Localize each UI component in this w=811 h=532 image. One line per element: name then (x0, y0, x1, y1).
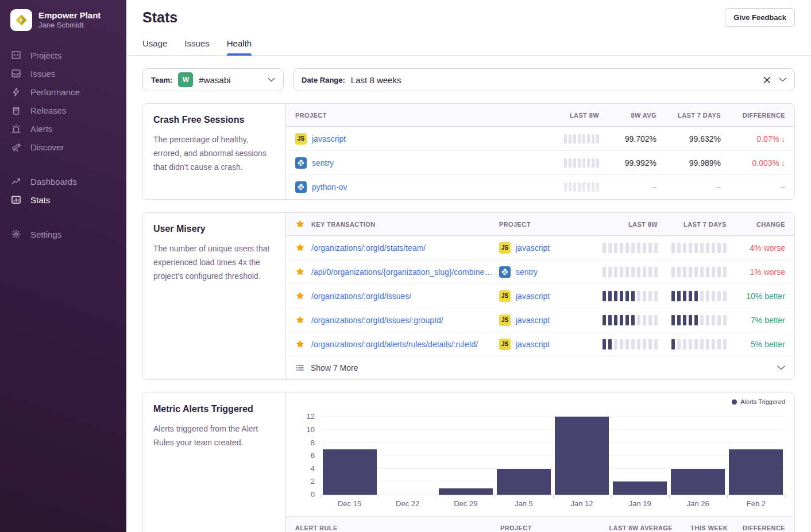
sparkline (536, 134, 599, 143)
project-link[interactable]: javascript (312, 134, 346, 143)
sidebar-item-releases[interactable]: Releases (10, 101, 126, 119)
spark-bar (620, 291, 623, 301)
clear-icon[interactable] (763, 76, 771, 84)
chart-bar[interactable] (613, 481, 667, 495)
alerts-icon (10, 123, 22, 134)
tab-health[interactable]: Health (227, 38, 252, 55)
star-icon[interactable] (295, 291, 306, 301)
sidebar-item-alerts[interactable]: Alerts (10, 119, 126, 138)
column-header: Project (295, 112, 536, 119)
spark-bar (631, 291, 635, 301)
star-icon[interactable] (295, 243, 306, 253)
spark-bar (637, 339, 640, 350)
chart-bar[interactable] (729, 449, 783, 495)
sidebar-item-issues[interactable]: Issues (10, 64, 126, 83)
team-select[interactable]: Team: W #wasabi (142, 68, 284, 91)
project-link[interactable]: python-ov (312, 182, 347, 192)
panel-info: Metric Alerts Triggered Alerts triggered… (143, 393, 286, 532)
column-header: Last 7 Days (658, 221, 727, 228)
show-more-button[interactable]: Show 7 More (286, 356, 794, 379)
spark-bar (614, 291, 617, 301)
panel-description: Alerts triggered from the Alert Rules yo… (153, 422, 275, 449)
sidebar-item-stats[interactable]: Stats (10, 191, 126, 209)
transaction-link[interactable]: /organizations/:orgId/issues/:groupId/ (311, 316, 443, 325)
spark-bar (603, 243, 606, 253)
transaction-link[interactable]: /organizations/:orgId/issues/ (311, 292, 411, 301)
spark-bar (683, 291, 686, 301)
chart-slot (669, 410, 727, 495)
project-link[interactable]: javascript (516, 340, 550, 349)
x-axis-tick (669, 495, 670, 498)
javascript-icon: JS (295, 133, 307, 145)
spark-bar (587, 158, 590, 168)
chart-bar[interactable] (439, 488, 493, 495)
spark-bar (564, 182, 567, 192)
spark-bar (625, 243, 629, 253)
star-icon[interactable] (295, 339, 306, 349)
chart-slot (553, 410, 611, 495)
org-logo-icon (10, 9, 32, 31)
sidebar-item-label: Performance (30, 87, 80, 97)
spark-bar (620, 315, 623, 325)
spark-bar (712, 291, 715, 301)
spark-bar (643, 339, 646, 350)
column-header: Difference (728, 525, 785, 531)
give-feedback-button[interactable]: Give Feedback (725, 8, 795, 27)
project-link[interactable]: sentry (516, 267, 538, 277)
sidebar-item-performance[interactable]: Performance (10, 83, 126, 101)
chart-bar[interactable] (555, 417, 609, 495)
column-header: Change (727, 221, 785, 228)
spark-bar (625, 339, 629, 350)
spark-bar (582, 182, 585, 192)
chevron-down-icon (779, 77, 786, 82)
x-axis-label: Jan 19 (611, 499, 669, 508)
project-link[interactable]: javascript (516, 243, 550, 253)
javascript-icon: JS (499, 339, 511, 350)
sidebar-item-projects[interactable]: Projects (10, 46, 126, 64)
tab-usage[interactable]: Usage (142, 38, 167, 55)
spark-bar (700, 243, 704, 253)
sparkline (658, 315, 727, 325)
metric-alerts-panel: Metric Alerts Triggered Alerts triggered… (142, 393, 795, 532)
star-icon[interactable] (295, 315, 306, 325)
spark-bar (700, 315, 704, 325)
spark-bar (700, 291, 704, 301)
change-value: 5% better (727, 340, 785, 349)
spark-bar (592, 182, 594, 192)
spark-bar (643, 291, 646, 301)
chart-bar[interactable] (671, 469, 725, 495)
tab-issues[interactable]: Issues (184, 38, 209, 55)
spark-bar (643, 243, 646, 253)
avg-8w-value: 99.702% (599, 134, 656, 143)
date-range-select[interactable]: Date Range: Last 8 weeks (293, 68, 795, 91)
chart-bar[interactable] (497, 469, 551, 495)
chart-slot (727, 410, 785, 495)
project-link[interactable]: javascript (516, 292, 550, 301)
sparkline (536, 182, 599, 192)
spark-bar (631, 339, 635, 350)
table-row: /api/0/organizations/{organization_slug}… (286, 260, 794, 284)
spark-bar (683, 243, 686, 253)
table-row: /organizations/:orgId/issues/ JS javascr… (286, 284, 794, 308)
chart-bar[interactable] (323, 449, 377, 495)
spark-bar (671, 243, 675, 253)
project-link[interactable]: sentry (312, 158, 334, 168)
transaction-link[interactable]: /organizations/:orgId/alerts/rules/detai… (311, 340, 478, 349)
spark-bar (677, 243, 681, 253)
star-icon[interactable] (295, 267, 306, 277)
sidebar-item-discover[interactable]: Discover (10, 138, 126, 156)
spark-bar (587, 182, 590, 192)
sidebar-item-label: Alerts (30, 124, 52, 134)
spark-bar (689, 243, 692, 253)
sidebar-item-settings[interactable]: Settings (10, 225, 126, 243)
x-axis-label: Dec 29 (437, 499, 495, 508)
org-switcher[interactable]: Empower Plant Jane Schmidt (10, 9, 126, 31)
transaction-link[interactable]: /api/0/organizations/{organization_slug}… (311, 267, 492, 277)
sidebar-item-dashboards[interactable]: Dashboards (10, 172, 126, 191)
spark-bar (706, 291, 709, 301)
crash-free-sessions-table: Project Last 8w 8w Avg Last 7 Days Diffe… (286, 104, 794, 199)
spark-bar (717, 291, 721, 301)
transaction-link[interactable]: /organizations/:orgId/stats/team/ (311, 243, 426, 253)
project-link[interactable]: javascript (516, 316, 550, 325)
alerts-chart: Alerts Triggered 024681012 (286, 393, 794, 495)
